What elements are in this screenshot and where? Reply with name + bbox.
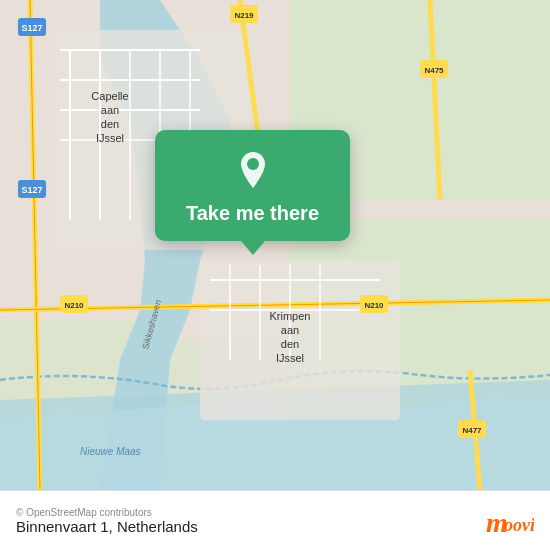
- footer-left: © OpenStreetMap contributors Binnenvaart…: [16, 506, 198, 535]
- svg-text:N210: N210: [64, 301, 84, 310]
- svg-text:den: den: [281, 338, 299, 350]
- popup-label: Take me there: [186, 202, 319, 225]
- svg-text:N475: N475: [424, 66, 444, 75]
- svg-text:den: den: [101, 118, 119, 130]
- svg-text:IJssel: IJssel: [276, 352, 304, 364]
- svg-text:oovit: oovit: [504, 515, 534, 535]
- svg-text:Krimpen: Krimpen: [270, 310, 311, 322]
- map-container: S127 S127 N219 N475 N210 N210 N477 Sikke…: [0, 0, 550, 490]
- svg-text:aan: aan: [281, 324, 299, 336]
- take-me-there-popup[interactable]: Take me there: [155, 130, 350, 241]
- location-pin-icon: [231, 148, 275, 192]
- footer: © OpenStreetMap contributors Binnenvaart…: [0, 490, 550, 550]
- moovit-logo-svg: m oovit: [484, 504, 534, 538]
- map-svg: S127 S127 N219 N475 N210 N210 N477 Sikke…: [0, 0, 550, 490]
- svg-text:aan: aan: [101, 104, 119, 116]
- footer-address: Binnenvaart 1, Netherlands: [16, 518, 198, 535]
- svg-point-32: [247, 158, 259, 170]
- moovit-logo: m oovit: [484, 504, 534, 538]
- svg-text:Nieuwe Maas: Nieuwe Maas: [80, 446, 141, 457]
- svg-text:IJssel: IJssel: [96, 132, 124, 144]
- svg-text:Capelle: Capelle: [91, 90, 128, 102]
- svg-text:S127: S127: [21, 185, 42, 195]
- svg-text:N219: N219: [234, 11, 254, 20]
- svg-text:N477: N477: [462, 426, 482, 435]
- osm-credit: © OpenStreetMap contributors: [16, 507, 198, 518]
- svg-text:S127: S127: [21, 23, 42, 33]
- svg-text:N210: N210: [364, 301, 384, 310]
